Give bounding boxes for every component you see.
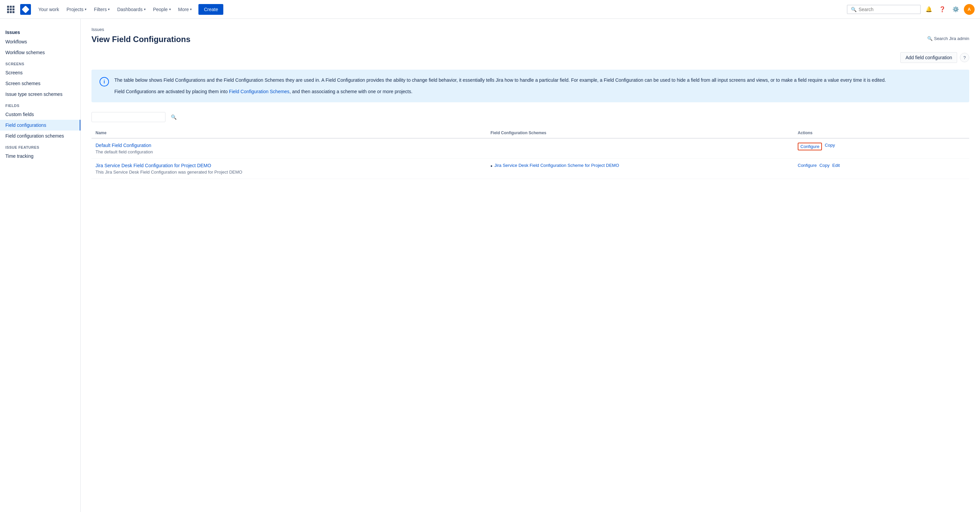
sidebar-section-fields: FIELDS Custom fields Field configuration… bbox=[0, 100, 80, 141]
nav-more[interactable]: More ▾ bbox=[175, 5, 196, 14]
filter-row: 🔍 bbox=[91, 112, 969, 123]
chevron-down-icon: ▾ bbox=[108, 7, 110, 11]
sidebar-item-custom-fields[interactable]: Custom fields bbox=[0, 109, 80, 120]
avatar[interactable]: A bbox=[964, 4, 975, 15]
sidebar-heading: Issues bbox=[0, 24, 80, 36]
row-1-actions: Configure Copy bbox=[798, 143, 965, 150]
app-logo[interactable] bbox=[20, 4, 31, 15]
chevron-down-icon: ▾ bbox=[85, 7, 86, 11]
table-body: Default Field Configuration The default … bbox=[91, 138, 969, 179]
row-2-name-cell: Jira Service Desk Field Configuration fo… bbox=[91, 158, 487, 179]
row-2-actions-cell: Configure Copy Edit bbox=[794, 158, 969, 179]
col-header-actions: Actions bbox=[794, 128, 969, 138]
row-1-actions-cell: Configure Copy bbox=[794, 138, 969, 159]
topnav: Your work Projects ▾ Filters ▾ Dashboard… bbox=[0, 0, 980, 19]
sidebar-item-time-tracking[interactable]: Time tracking bbox=[0, 151, 80, 161]
logo-diamond-icon bbox=[22, 5, 30, 13]
search-icon: 🔍 bbox=[851, 7, 857, 12]
table-row: Jira Service Desk Field Configuration fo… bbox=[91, 158, 969, 179]
grid-icon bbox=[7, 6, 14, 13]
global-search-box[interactable]: 🔍 bbox=[847, 5, 921, 14]
search-icon: 🔍 bbox=[927, 36, 932, 41]
col-header-schemes: Field Configuration Schemes bbox=[487, 128, 794, 138]
row-2-edit-link[interactable]: Edit bbox=[832, 163, 840, 168]
row-1-configure-link[interactable]: Configure bbox=[798, 143, 822, 150]
info-paragraph-2: Field Configurations are activated by pl… bbox=[115, 88, 886, 95]
table-header: Name Field Configuration Schemes Actions bbox=[91, 128, 969, 138]
filter-input[interactable] bbox=[91, 112, 165, 122]
nav-projects[interactable]: Projects ▾ bbox=[63, 5, 90, 14]
sidebar-section-fields-title: FIELDS bbox=[0, 100, 80, 109]
filter-search-button[interactable]: 🔍 bbox=[168, 112, 179, 123]
row-1-name-cell: Default Field Configuration The default … bbox=[91, 138, 487, 159]
search-admin-link[interactable]: 🔍 Search Jira admin bbox=[927, 36, 969, 41]
row-2-description: This Jira Service Desk Field Configurati… bbox=[95, 169, 483, 175]
info-text: The table below shows Field Configuratio… bbox=[115, 77, 886, 96]
sidebar-item-screen-schemes[interactable]: Screen schemes bbox=[0, 78, 80, 89]
sidebar-section-0: Workflows Workflow schemes bbox=[0, 36, 80, 58]
global-search-input[interactable] bbox=[859, 7, 917, 12]
page-header: View Field Configurations 🔍 Search Jira … bbox=[91, 35, 969, 44]
create-button[interactable]: Create bbox=[199, 4, 223, 15]
row-2-schemes-cell: • Jira Service Desk Field Configuration … bbox=[487, 158, 794, 179]
settings-button[interactable]: ⚙️ bbox=[950, 4, 961, 15]
row-1-schemes-cell bbox=[487, 138, 794, 159]
row-2-name-link[interactable]: Jira Service Desk Field Configuration fo… bbox=[95, 163, 483, 168]
sidebar: Issues Workflows Workflow schemes SCREEN… bbox=[0, 19, 81, 512]
table-row: Default Field Configuration The default … bbox=[91, 138, 969, 159]
topnav-links: Your work Projects ▾ Filters ▾ Dashboard… bbox=[35, 4, 845, 15]
help-circle-button[interactable]: ? bbox=[960, 53, 969, 62]
sidebar-item-screens[interactable]: Screens bbox=[0, 67, 80, 78]
row-1-copy-link[interactable]: Copy bbox=[825, 143, 835, 150]
col-header-name: Name bbox=[91, 128, 487, 138]
chevron-down-icon: ▾ bbox=[190, 7, 192, 11]
sidebar-item-issue-type-screen-schemes[interactable]: Issue type screen schemes bbox=[0, 89, 80, 100]
row-2-configure-link[interactable]: Configure bbox=[798, 163, 816, 168]
nav-people[interactable]: People ▾ bbox=[150, 5, 174, 14]
sidebar-item-field-configuration-schemes[interactable]: Field configuration schemes bbox=[0, 131, 80, 141]
page-title: View Field Configurations bbox=[91, 35, 190, 44]
sidebar-section-issue-features: ISSUE FEATURES Time tracking bbox=[0, 141, 80, 161]
info-paragraph-1: The table below shows Field Configuratio… bbox=[115, 77, 886, 84]
nav-dashboards[interactable]: Dashboards ▾ bbox=[114, 5, 149, 14]
grid-menu-button[interactable] bbox=[5, 4, 16, 15]
action-header: Add field configuration ? bbox=[91, 52, 969, 63]
sidebar-section-screens-title: SCREENS bbox=[0, 58, 80, 67]
sidebar-section-issue-features-title: ISSUE FEATURES bbox=[0, 141, 80, 151]
chevron-down-icon: ▾ bbox=[169, 7, 171, 11]
info-box: i The table below shows Field Configurat… bbox=[91, 70, 969, 102]
row-1-description: The default field configuration bbox=[95, 149, 483, 155]
field-configurations-table: Name Field Configuration Schemes Actions… bbox=[91, 128, 969, 179]
sidebar-item-field-configurations[interactable]: Field configurations bbox=[0, 120, 80, 131]
row-1-name-link[interactable]: Default Field Configuration bbox=[95, 143, 483, 148]
sidebar-item-workflows[interactable]: Workflows bbox=[0, 36, 80, 47]
field-config-schemes-link[interactable]: Field Configuration Schemes bbox=[229, 89, 290, 94]
header-right: 🔍 Search Jira admin bbox=[927, 36, 969, 41]
add-field-configuration-button[interactable]: Add field configuration bbox=[900, 52, 957, 63]
sidebar-section-screens: SCREENS Screens Screen schemes Issue typ… bbox=[0, 58, 80, 100]
nav-your-work[interactable]: Your work bbox=[35, 5, 62, 14]
layout: Issues Workflows Workflow schemes SCREEN… bbox=[0, 19, 980, 512]
main-content: Issues View Field Configurations 🔍 Searc… bbox=[81, 19, 980, 512]
bullet-dot-icon: • bbox=[491, 163, 493, 170]
row-2-copy-link[interactable]: Copy bbox=[819, 163, 829, 168]
row-2-actions: Configure Copy Edit bbox=[798, 163, 965, 168]
sidebar-item-workflow-schemes[interactable]: Workflow schemes bbox=[0, 47, 80, 58]
help-button[interactable]: ❓ bbox=[937, 4, 948, 15]
notifications-button[interactable]: 🔔 bbox=[923, 4, 934, 15]
row-2-scheme-link[interactable]: Jira Service Desk Field Configuration Sc… bbox=[494, 163, 619, 168]
info-icon: i bbox=[100, 77, 109, 86]
topnav-right: 🔍 🔔 ❓ ⚙️ A bbox=[847, 4, 975, 15]
row-2-scheme-item: • Jira Service Desk Field Configuration … bbox=[491, 163, 790, 170]
chevron-down-icon: ▾ bbox=[144, 7, 146, 11]
breadcrumb: Issues bbox=[91, 27, 969, 32]
nav-filters[interactable]: Filters ▾ bbox=[91, 5, 113, 14]
